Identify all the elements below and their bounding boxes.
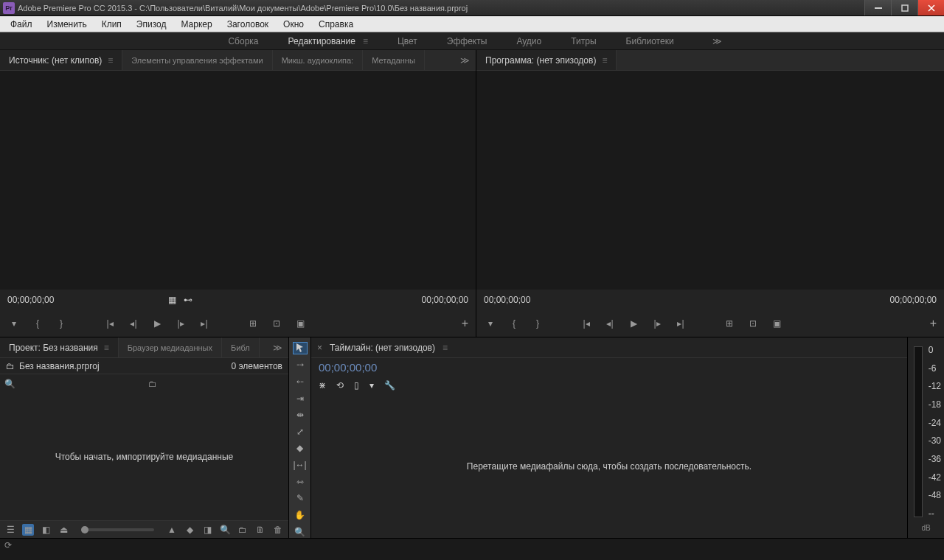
menu-edit[interactable]: Изменить — [40, 18, 94, 31]
selection-tool-icon[interactable] — [293, 342, 308, 354]
workspace-libraries[interactable]: Библиотеки — [620, 33, 680, 49]
sequence-icon[interactable]: ⊷ — [184, 295, 192, 305]
menu-window[interactable]: Окно — [276, 18, 311, 31]
sort-toggle-icon[interactable]: ◆ — [184, 524, 195, 536]
settings-icon[interactable]: 🔧 — [384, 380, 395, 391]
close-icon[interactable]: × — [317, 343, 322, 353]
timeline-panel: × Таймлайн: (нет эпизодов) ≡ 00;00;00;00… — [311, 337, 907, 538]
step-back-icon[interactable]: ◂| — [127, 317, 140, 330]
export-frame-icon[interactable]: ▣ — [770, 317, 783, 330]
add-button-icon[interactable]: + — [462, 317, 468, 330]
workspace-effects[interactable]: Эффекты — [441, 33, 493, 49]
overwrite-icon[interactable]: ⊡ — [270, 317, 283, 330]
insert-icon[interactable]: ⊞ — [246, 317, 260, 330]
linked-selection-icon[interactable]: ⟲ — [336, 380, 344, 391]
tab-audio-mixer[interactable]: Микш. аудиоклипа: — [273, 50, 364, 70]
burger-icon[interactable]: ≡ — [602, 55, 607, 66]
tabs-overflow-icon[interactable]: ≫ — [454, 55, 476, 66]
minimize-button[interactable] — [864, 0, 891, 15]
ripple-edit-icon[interactable]: ⇥ — [293, 392, 308, 405]
track-select-backward-icon[interactable]: ⤌ — [293, 376, 308, 388]
new-bin-icon[interactable]: 🗀 — [237, 524, 249, 536]
add-button-icon[interactable]: + — [930, 317, 937, 330]
slide-tool-icon[interactable]: ⇿ — [293, 475, 308, 488]
tab-program[interactable]: Программа: (нет эпизодов)≡ — [476, 50, 617, 70]
fit-icon[interactable]: ▦ — [168, 295, 176, 305]
close-button[interactable] — [917, 0, 944, 15]
tabs-overflow-icon[interactable]: ≫ — [267, 343, 288, 353]
maximize-button[interactable] — [891, 0, 917, 15]
slip-tool-icon[interactable]: |↔| — [293, 459, 308, 472]
burger-icon[interactable]: ≡ — [108, 55, 113, 66]
extract-icon[interactable]: ⊡ — [746, 317, 760, 330]
snap-icon[interactable]: ⋇ — [319, 380, 326, 391]
menu-title[interactable]: Заголовок — [220, 18, 276, 31]
program-monitor[interactable] — [476, 71, 944, 290]
play-icon[interactable]: ▶ — [150, 317, 164, 330]
tab-project[interactable]: Проект: Без названия≡ — [0, 337, 119, 357]
tab-timeline[interactable]: Таймлайн: (нет эпизодов) — [330, 343, 435, 353]
zoom-slider[interactable] — [81, 528, 154, 531]
menu-file[interactable]: Файл — [3, 18, 40, 31]
workspace-color[interactable]: Цвет — [392, 33, 423, 49]
list-view-icon[interactable]: ☰ — [4, 524, 16, 536]
marker-icon[interactable]: ▾ — [484, 317, 497, 330]
timeline-drop-area[interactable]: Перетащите медиафайлы сюда, чтобы создат… — [311, 394, 907, 538]
tab-libraries-short[interactable]: Библ — [222, 337, 260, 357]
step-forward-icon[interactable]: |▸ — [650, 317, 664, 330]
lift-icon[interactable]: ⊞ — [723, 317, 736, 330]
new-item-icon[interactable]: 🗎 — [254, 524, 266, 536]
workspace-editing[interactable]: Редактирование≡ — [282, 33, 374, 49]
menu-sequence[interactable]: Эпизод — [129, 18, 174, 31]
go-to-in-icon[interactable]: |◂ — [580, 317, 593, 330]
automate-icon[interactable]: ▲ — [166, 524, 178, 536]
burger-icon[interactable]: ≡ — [104, 343, 109, 353]
search-icon[interactable]: 🔍 — [219, 524, 231, 536]
burger-icon[interactable]: ≡ — [363, 36, 368, 46]
menu-clip[interactable]: Клип — [94, 18, 129, 31]
out-point-icon[interactable]: } — [531, 317, 544, 330]
marker-icon[interactable]: ▾ — [369, 380, 374, 391]
project-drop-area[interactable]: Чтобы начать, импортируйте медиаданные — [0, 393, 288, 520]
marker-icon[interactable]: ▾ — [7, 317, 21, 330]
go-to-in-icon[interactable]: |◂ — [103, 317, 117, 330]
go-to-out-icon[interactable]: ▸| — [198, 317, 211, 330]
workspace-assembly[interactable]: Сборка — [222, 33, 264, 49]
delete-icon[interactable]: 🗑 — [272, 524, 284, 536]
tab-metadata[interactable]: Метаданны — [363, 50, 425, 70]
out-point-icon[interactable]: } — [55, 317, 68, 330]
menu-help[interactable]: Справка — [311, 18, 361, 31]
play-icon[interactable]: ▶ — [627, 317, 640, 330]
find-icon[interactable]: ◨ — [201, 524, 213, 536]
freeform-view-icon[interactable]: ◧ — [40, 524, 52, 536]
tab-effect-controls[interactable]: Элементы управления эффектами — [122, 50, 272, 70]
search-icon[interactable]: 🔍 — [4, 379, 15, 389]
burger-icon[interactable]: ≡ — [442, 343, 448, 353]
add-marker-icon[interactable]: ▯ — [354, 380, 359, 391]
rolling-edit-icon[interactable]: ⇹ — [293, 409, 308, 421]
bin-icon[interactable]: 🗀 — [148, 379, 157, 389]
menu-marker[interactable]: Маркер — [173, 18, 219, 31]
thumbnail-view-icon[interactable]: ▦ — [22, 524, 34, 536]
timeline-timecode[interactable]: 00;00;00;00 — [311, 358, 907, 377]
sort-icon[interactable]: ⏏ — [58, 524, 69, 536]
zoom-tool-icon[interactable]: 🔍 — [293, 525, 308, 538]
step-back-icon[interactable]: ◂| — [603, 317, 617, 330]
workspace-titles[interactable]: Титры — [565, 33, 602, 49]
source-monitor[interactable] — [0, 71, 476, 290]
rate-stretch-icon[interactable]: ⤢ — [293, 426, 308, 438]
tab-source[interactable]: Источник: (нет клипов)≡ — [0, 50, 122, 70]
track-select-forward-icon[interactable]: ⤍ — [293, 359, 308, 371]
tab-media-browser[interactable]: Браузер медиаданных — [119, 337, 222, 357]
workspace-overflow-icon[interactable]: ≫ — [712, 36, 722, 46]
step-forward-icon[interactable]: |▸ — [174, 317, 187, 330]
razor-tool-icon[interactable]: ◆ — [293, 442, 308, 455]
workspace-audio[interactable]: Аудио — [510, 33, 547, 49]
go-to-out-icon[interactable]: ▸| — [674, 317, 687, 330]
pen-tool-icon[interactable]: ✎ — [293, 492, 308, 505]
sync-icon[interactable]: ⟳ — [4, 540, 12, 550]
in-point-icon[interactable]: { — [507, 317, 521, 330]
export-frame-icon[interactable]: ▣ — [294, 317, 307, 330]
hand-tool-icon[interactable]: ✋ — [293, 509, 308, 522]
in-point-icon[interactable]: { — [31, 317, 44, 330]
